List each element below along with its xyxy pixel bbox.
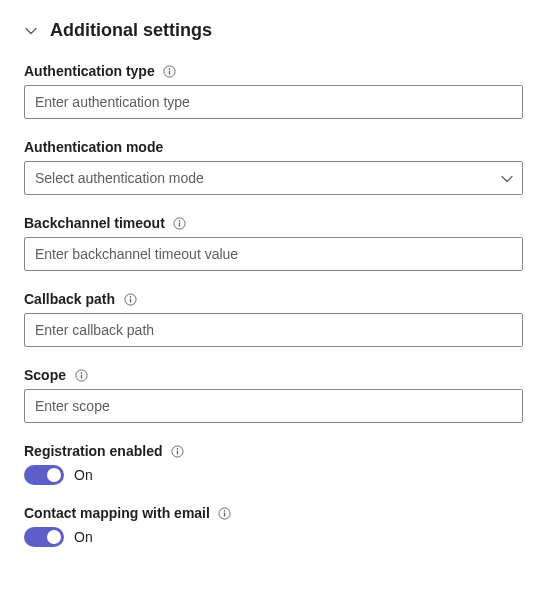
svg-point-1 — [169, 68, 171, 70]
info-icon[interactable] — [163, 64, 177, 78]
field-label-row: Callback path — [24, 291, 523, 307]
field-label-row: Scope — [24, 367, 523, 383]
svg-point-13 — [177, 448, 179, 450]
field-callback-path: Callback path — [24, 291, 523, 347]
backchannel-timeout-input[interactable] — [24, 237, 523, 271]
field-scope: Scope — [24, 367, 523, 423]
scope-input[interactable] — [24, 389, 523, 423]
field-label-row: Authentication mode — [24, 139, 523, 155]
contact-mapping-status: On — [74, 529, 93, 545]
field-contact-mapping: Contact mapping with email On — [24, 505, 523, 547]
info-icon[interactable] — [170, 444, 184, 458]
toggle-knob — [47, 530, 61, 544]
registration-enabled-status: On — [74, 467, 93, 483]
svg-point-10 — [80, 372, 82, 374]
svg-rect-2 — [169, 70, 170, 74]
callback-path-input[interactable] — [24, 313, 523, 347]
info-icon[interactable] — [74, 368, 88, 382]
auth-type-label: Authentication type — [24, 63, 155, 79]
registration-enabled-label: Registration enabled — [24, 443, 162, 459]
field-backchannel-timeout: Backchannel timeout — [24, 215, 523, 271]
field-registration-enabled: Registration enabled On — [24, 443, 523, 485]
svg-point-16 — [224, 510, 226, 512]
svg-rect-17 — [224, 512, 225, 516]
info-icon[interactable] — [123, 292, 137, 306]
svg-point-4 — [179, 220, 181, 222]
chevron-down-icon[interactable] — [24, 24, 38, 38]
svg-rect-14 — [177, 450, 178, 454]
toggle-row: On — [24, 465, 523, 485]
info-icon[interactable] — [173, 216, 187, 230]
field-label-row: Contact mapping with email — [24, 505, 523, 521]
scope-label: Scope — [24, 367, 66, 383]
toggle-knob — [47, 468, 61, 482]
field-auth-mode: Authentication mode Select authenticatio… — [24, 139, 523, 195]
auth-mode-select[interactable]: Select authentication mode — [24, 161, 523, 195]
contact-mapping-label: Contact mapping with email — [24, 505, 210, 521]
backchannel-timeout-label: Backchannel timeout — [24, 215, 165, 231]
field-label-row: Backchannel timeout — [24, 215, 523, 231]
field-label-row: Registration enabled — [24, 443, 523, 459]
registration-enabled-toggle[interactable] — [24, 465, 64, 485]
auth-mode-label: Authentication mode — [24, 139, 163, 155]
select-wrapper: Select authentication mode — [24, 161, 523, 195]
svg-rect-5 — [179, 222, 180, 226]
auth-type-input[interactable] — [24, 85, 523, 119]
field-auth-type: Authentication type — [24, 63, 523, 119]
svg-rect-8 — [129, 298, 130, 302]
svg-point-7 — [129, 296, 131, 298]
section-title: Additional settings — [50, 20, 212, 41]
callback-path-label: Callback path — [24, 291, 115, 307]
contact-mapping-toggle[interactable] — [24, 527, 64, 547]
info-icon[interactable] — [218, 506, 232, 520]
toggle-row: On — [24, 527, 523, 547]
section-header: Additional settings — [24, 20, 523, 41]
field-label-row: Authentication type — [24, 63, 523, 79]
svg-rect-11 — [80, 374, 81, 378]
